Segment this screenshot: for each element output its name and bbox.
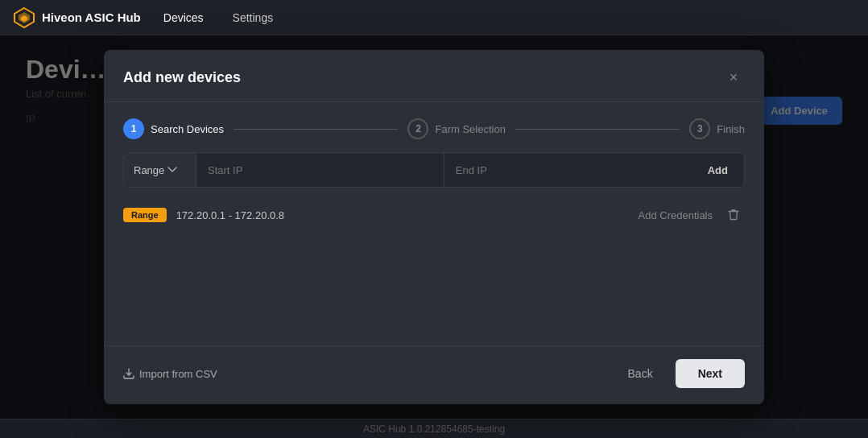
modal-body: Range Add Range 172.20.0.1 - 172.20.0.8 … (104, 152, 764, 345)
import-icon (123, 368, 134, 379)
statusbar: ASIC Hub 1.0.212854685-testing (0, 419, 868, 438)
import-csv-button[interactable]: Import from CSV (123, 368, 217, 380)
step-line-2 (515, 129, 680, 130)
next-button[interactable]: Next (676, 359, 745, 388)
step-3: 3 Finish (689, 118, 745, 139)
add-ip-button[interactable]: Add (692, 153, 744, 187)
ip-input-row: Range Add (123, 152, 745, 188)
step-1-circle: 1 (123, 118, 144, 139)
stepper: 1 Search Devices 2 Farm Selection 3 Fini… (104, 102, 764, 152)
range-ip-range: 172.20.0.1 - 172.20.0.8 (176, 209, 629, 221)
start-ip-input[interactable] (196, 153, 444, 187)
add-devices-modal: Add new devices × 1 Search Devices 2 Far… (104, 50, 764, 404)
step-1-label: Search Devices (151, 123, 224, 135)
range-entry-row: Range 172.20.0.1 - 172.20.0.8 Add Creden… (123, 197, 745, 233)
nav-settings[interactable]: Settings (226, 8, 280, 27)
step-1: 1 Search Devices (123, 118, 224, 139)
range-type-badge: Range (123, 208, 167, 222)
delete-entry-button[interactable] (722, 204, 745, 226)
add-credentials-button[interactable]: Add Credentials (639, 209, 713, 221)
import-csv-label: Import from CSV (139, 368, 217, 380)
nav-devices[interactable]: Devices (157, 8, 210, 27)
statusbar-text: ASIC Hub 1.0.212854685-testing (363, 424, 505, 435)
step-2: 2 Farm Selection (407, 118, 505, 139)
range-type-select[interactable]: Range (124, 153, 196, 187)
footer-actions: Back Next (615, 359, 745, 388)
trash-icon (728, 209, 739, 221)
modal-header: Add new devices × (104, 50, 764, 102)
modal-overlay: Add new devices × 1 Search Devices 2 Far… (0, 35, 868, 419)
modal-title: Add new devices (123, 69, 241, 86)
app-logo[interactable]: Hiveon ASIC Hub (13, 6, 141, 29)
modal-footer: Import from CSV Back Next (104, 345, 764, 404)
topnav: Hiveon ASIC Hub Devices Settings (0, 0, 868, 35)
step-line-1 (234, 129, 398, 130)
app-name: Hiveon ASIC Hub (42, 10, 141, 24)
end-ip-input[interactable] (444, 153, 692, 187)
back-button[interactable]: Back (615, 361, 666, 386)
step-3-circle: 3 (689, 118, 710, 139)
step-2-circle: 2 (407, 118, 428, 139)
modal-close-button[interactable]: × (722, 66, 745, 89)
chevron-down-icon (167, 165, 177, 175)
step-2-label: Farm Selection (435, 123, 505, 135)
step-3-label: Finish (717, 123, 745, 135)
